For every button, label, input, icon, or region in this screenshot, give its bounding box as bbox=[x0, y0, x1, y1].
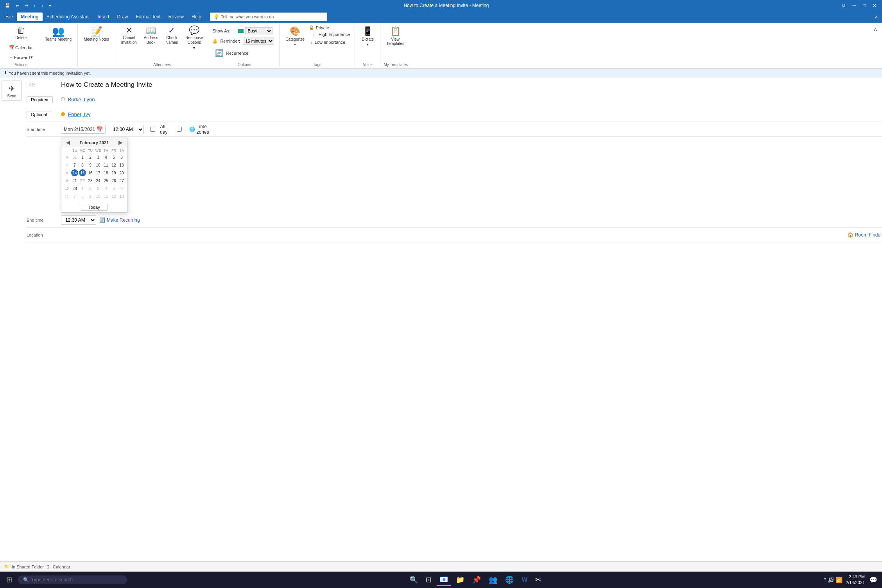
taskbar-snip-button[interactable]: ✂ bbox=[532, 574, 544, 586]
redo-qat-button[interactable]: ↪ bbox=[23, 2, 30, 9]
meeting-notes-button[interactable]: 📝 Meeting Notes bbox=[81, 24, 111, 44]
cal-day[interactable]: 21 bbox=[71, 177, 78, 184]
cal-day[interactable]: 17 bbox=[95, 169, 102, 176]
menu-format-text[interactable]: Format Text bbox=[132, 13, 164, 21]
send-button[interactable]: ✈ Send bbox=[2, 81, 22, 101]
taskbar-teams-button[interactable]: 👥 bbox=[486, 574, 500, 586]
cal-day[interactable]: 23 bbox=[87, 177, 94, 184]
cal-day[interactable]: 28 bbox=[71, 185, 78, 192]
calendar-picker-icon[interactable]: 📅 bbox=[97, 126, 103, 132]
cal-day[interactable]: 16 bbox=[87, 169, 94, 176]
cal-day[interactable]: 11 bbox=[102, 161, 109, 169]
cal-day[interactable]: 9 bbox=[87, 193, 94, 200]
categorize-dropdown-icon[interactable]: ▾ bbox=[294, 42, 296, 47]
menu-file[interactable]: File bbox=[2, 13, 17, 21]
taskbar-chrome-button[interactable]: 🌐 bbox=[502, 574, 517, 586]
all-day-label[interactable]: All day bbox=[147, 124, 168, 135]
check-names-button[interactable]: ✓ CheckNames bbox=[162, 24, 181, 47]
minimize-button[interactable]: ─ bbox=[850, 1, 859, 10]
calendar-next-button[interactable]: ▶ bbox=[117, 140, 124, 145]
save-qat-button[interactable]: 💾 bbox=[3, 2, 12, 9]
cal-day[interactable]: 27 bbox=[118, 177, 125, 184]
cal-day-today[interactable]: 14 bbox=[71, 169, 78, 176]
cal-day[interactable]: 1 bbox=[79, 185, 86, 192]
cal-day[interactable]: 12 bbox=[110, 161, 117, 169]
location-input[interactable] bbox=[61, 232, 844, 238]
maximize-button[interactable]: □ bbox=[860, 1, 869, 10]
search-input[interactable] bbox=[31, 577, 122, 583]
cal-day[interactable]: 2 bbox=[87, 185, 94, 192]
down-qat-button[interactable]: ↓ bbox=[40, 2, 45, 9]
response-options-dropdown-icon[interactable]: ▾ bbox=[193, 46, 195, 50]
cancel-invitation-button[interactable]: ✕ CancelInvitation bbox=[118, 24, 140, 47]
cal-day[interactable]: 12 bbox=[110, 193, 117, 200]
ribbon-collapse-button[interactable]: ∧ bbox=[872, 13, 880, 21]
close-button[interactable]: ✕ bbox=[870, 1, 879, 10]
cal-day[interactable]: 9 bbox=[87, 161, 94, 169]
search-area[interactable]: 🔍 bbox=[18, 575, 127, 584]
address-book-button[interactable]: 📖 AddressBook bbox=[141, 24, 161, 47]
cal-day[interactable]: 25 bbox=[102, 177, 109, 184]
cal-day[interactable]: 8 bbox=[79, 193, 86, 200]
high-importance-button[interactable]: ❕ High Importance bbox=[309, 31, 352, 38]
cal-day-selected[interactable]: 15 bbox=[79, 169, 86, 176]
cal-day[interactable]: 3 bbox=[95, 185, 102, 192]
all-day-checkbox[interactable] bbox=[147, 127, 158, 132]
reminder-select[interactable]: 15 minutes None 5 minutes 30 minutes bbox=[243, 38, 274, 45]
start-time-select[interactable]: 12:00 AM 12:30 AM 1:00 AM bbox=[109, 125, 144, 134]
cal-day[interactable]: 10 bbox=[95, 193, 102, 200]
up-qat-button[interactable]: ↑ bbox=[32, 2, 38, 9]
cal-day[interactable]: 11 bbox=[102, 193, 109, 200]
taskbar-sticky-notes-button[interactable]: 📌 bbox=[469, 574, 484, 586]
cal-day[interactable]: 7 bbox=[71, 193, 78, 200]
cal-day[interactable]: 26 bbox=[110, 177, 117, 184]
cal-day[interactable]: 22 bbox=[79, 177, 86, 184]
cal-day[interactable]: 24 bbox=[95, 177, 102, 184]
cal-day[interactable]: 19 bbox=[110, 169, 117, 176]
menu-insert[interactable]: Insert bbox=[93, 13, 113, 21]
forward-dropdown-icon[interactable]: ▾ bbox=[30, 55, 33, 60]
time-zones-checkbox[interactable] bbox=[171, 127, 188, 132]
cal-day[interactable]: 13 bbox=[118, 161, 125, 169]
required-attendee[interactable]: Burke, Lynn bbox=[68, 97, 95, 102]
view-templates-button[interactable]: 📋 ViewTemplates bbox=[384, 24, 407, 48]
cal-day[interactable]: 20 bbox=[118, 169, 125, 176]
taskbar-task-view-button[interactable]: ⊡ bbox=[423, 574, 435, 586]
title-input[interactable] bbox=[61, 81, 879, 89]
notification-button[interactable]: 💬 bbox=[868, 575, 879, 585]
today-button[interactable]: Today bbox=[81, 204, 107, 211]
recurrence-button[interactable]: 🔄 Recurrence bbox=[212, 47, 276, 59]
restore-button[interactable]: ⧉ bbox=[840, 1, 848, 10]
optional-attendee[interactable]: Ebner, Ivy bbox=[68, 111, 91, 117]
menu-review[interactable]: Review bbox=[165, 13, 188, 21]
start-button[interactable]: ⊞ bbox=[3, 574, 15, 586]
taskbar-word-button[interactable]: W bbox=[518, 575, 531, 585]
cal-day[interactable]: 6 bbox=[118, 154, 125, 161]
show-as-select[interactable]: Busy Free Tentative Out of Office bbox=[245, 27, 272, 34]
taskbar-search-button[interactable]: 🔍 bbox=[406, 574, 421, 586]
delete-button[interactable]: 🗑 Delete bbox=[6, 24, 36, 42]
dictate-dropdown-icon[interactable]: ▾ bbox=[367, 42, 369, 47]
cal-day[interactable]: 10 bbox=[95, 161, 102, 169]
cal-day[interactable]: 5 bbox=[110, 154, 117, 161]
menu-scheduling-assistant[interactable]: Scheduling Assistant bbox=[43, 13, 94, 21]
end-time-select[interactable]: 12:30 AM 1:00 AM 1:30 AM bbox=[61, 215, 96, 225]
start-date-input[interactable]: Mon 2/15/2021 📅 bbox=[61, 125, 106, 134]
teams-meeting-button[interactable]: 👥 Teams Meeting bbox=[42, 24, 74, 44]
response-options-button[interactable]: 💬 ResponseOptions ▾ bbox=[183, 24, 206, 52]
tell-me-input[interactable]: 💡 Tell me what you want to do bbox=[210, 13, 327, 21]
menu-help[interactable]: Help bbox=[188, 13, 205, 21]
cal-day[interactable]: 13 bbox=[118, 193, 125, 200]
cal-day[interactable]: 4 bbox=[102, 154, 109, 161]
taskbar-explorer-button[interactable]: 📁 bbox=[453, 574, 468, 586]
cal-day[interactable]: 7 bbox=[71, 161, 78, 169]
clock[interactable]: 2:43 PM 2/14/2021 bbox=[846, 574, 865, 586]
cal-day[interactable]: 2 bbox=[87, 154, 94, 161]
cal-day[interactable]: 18 bbox=[102, 169, 109, 176]
taskbar-outlook-button[interactable]: 📧 bbox=[436, 574, 451, 586]
collapse-ribbon-button[interactable]: ∧ bbox=[873, 26, 877, 32]
cal-day[interactable]: 4 bbox=[102, 185, 109, 192]
categorize-button[interactable]: 🎨 Categorize ▾ bbox=[283, 24, 307, 62]
calendar-prev-button[interactable]: ◀ bbox=[65, 140, 72, 145]
dictate-button[interactable]: 📱 Dictate ▾ bbox=[358, 24, 377, 48]
